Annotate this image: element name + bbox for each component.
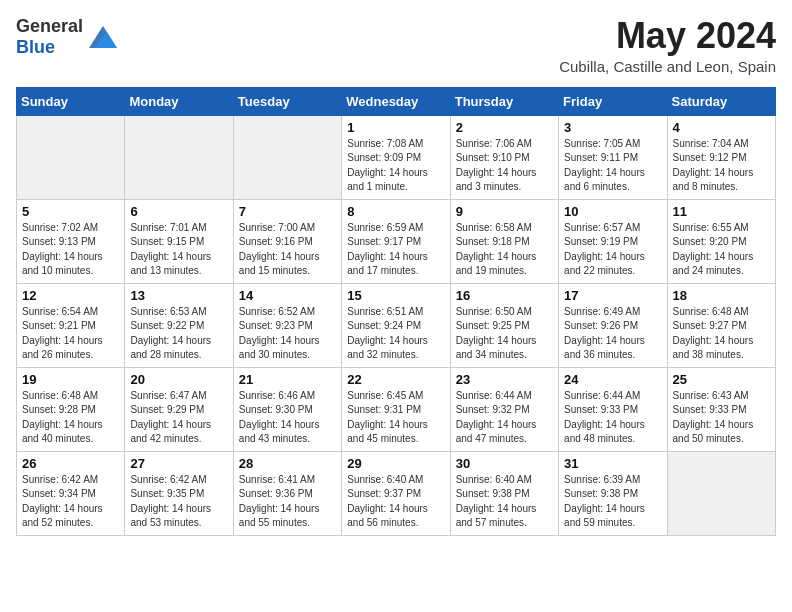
- day-number: 15: [347, 288, 444, 303]
- day-info: Sunrise: 7:00 AMSunset: 9:16 PMDaylight:…: [239, 221, 336, 279]
- day-number: 18: [673, 288, 770, 303]
- day-info: Sunrise: 7:06 AMSunset: 9:10 PMDaylight:…: [456, 137, 553, 195]
- logo-icon: [89, 26, 117, 48]
- day-number: 3: [564, 120, 661, 135]
- day-info: Sunrise: 6:54 AMSunset: 9:21 PMDaylight:…: [22, 305, 119, 363]
- calendar-week-row: 12Sunrise: 6:54 AMSunset: 9:21 PMDayligh…: [17, 283, 776, 367]
- calendar-cell: 4Sunrise: 7:04 AMSunset: 9:12 PMDaylight…: [667, 115, 775, 199]
- day-info: Sunrise: 6:52 AMSunset: 9:23 PMDaylight:…: [239, 305, 336, 363]
- day-number: 13: [130, 288, 227, 303]
- day-number: 26: [22, 456, 119, 471]
- logo: General Blue: [16, 16, 117, 58]
- day-info: Sunrise: 6:47 AMSunset: 9:29 PMDaylight:…: [130, 389, 227, 447]
- calendar-week-row: 1Sunrise: 7:08 AMSunset: 9:09 PMDaylight…: [17, 115, 776, 199]
- logo-blue: Blue: [16, 37, 55, 57]
- weekday-header-monday: Monday: [125, 87, 233, 115]
- calendar-cell: 14Sunrise: 6:52 AMSunset: 9:23 PMDayligh…: [233, 283, 341, 367]
- day-info: Sunrise: 6:40 AMSunset: 9:37 PMDaylight:…: [347, 473, 444, 531]
- weekday-header-tuesday: Tuesday: [233, 87, 341, 115]
- day-number: 5: [22, 204, 119, 219]
- calendar-week-row: 26Sunrise: 6:42 AMSunset: 9:34 PMDayligh…: [17, 451, 776, 535]
- calendar-table: SundayMondayTuesdayWednesdayThursdayFrid…: [16, 87, 776, 536]
- day-info: Sunrise: 7:04 AMSunset: 9:12 PMDaylight:…: [673, 137, 770, 195]
- calendar-cell: 11Sunrise: 6:55 AMSunset: 9:20 PMDayligh…: [667, 199, 775, 283]
- calendar-cell: [17, 115, 125, 199]
- calendar-cell: 2Sunrise: 7:06 AMSunset: 9:10 PMDaylight…: [450, 115, 558, 199]
- weekday-header-friday: Friday: [559, 87, 667, 115]
- day-number: 16: [456, 288, 553, 303]
- calendar-cell: 8Sunrise: 6:59 AMSunset: 9:17 PMDaylight…: [342, 199, 450, 283]
- calendar-cell: 17Sunrise: 6:49 AMSunset: 9:26 PMDayligh…: [559, 283, 667, 367]
- day-info: Sunrise: 6:50 AMSunset: 9:25 PMDaylight:…: [456, 305, 553, 363]
- calendar-cell: [125, 115, 233, 199]
- location-title: Cubilla, Castille and Leon, Spain: [559, 58, 776, 75]
- calendar-cell: 20Sunrise: 6:47 AMSunset: 9:29 PMDayligh…: [125, 367, 233, 451]
- logo-general: General: [16, 16, 83, 36]
- calendar-cell: 5Sunrise: 7:02 AMSunset: 9:13 PMDaylight…: [17, 199, 125, 283]
- day-info: Sunrise: 7:05 AMSunset: 9:11 PMDaylight:…: [564, 137, 661, 195]
- calendar-cell: 12Sunrise: 6:54 AMSunset: 9:21 PMDayligh…: [17, 283, 125, 367]
- day-number: 11: [673, 204, 770, 219]
- day-number: 22: [347, 372, 444, 387]
- day-number: 17: [564, 288, 661, 303]
- weekday-header-sunday: Sunday: [17, 87, 125, 115]
- weekday-header-thursday: Thursday: [450, 87, 558, 115]
- calendar-cell: 9Sunrise: 6:58 AMSunset: 9:18 PMDaylight…: [450, 199, 558, 283]
- day-info: Sunrise: 7:01 AMSunset: 9:15 PMDaylight:…: [130, 221, 227, 279]
- day-info: Sunrise: 6:40 AMSunset: 9:38 PMDaylight:…: [456, 473, 553, 531]
- day-info: Sunrise: 6:41 AMSunset: 9:36 PMDaylight:…: [239, 473, 336, 531]
- weekday-header-row: SundayMondayTuesdayWednesdayThursdayFrid…: [17, 87, 776, 115]
- calendar-cell: 7Sunrise: 7:00 AMSunset: 9:16 PMDaylight…: [233, 199, 341, 283]
- day-number: 19: [22, 372, 119, 387]
- day-info: Sunrise: 6:45 AMSunset: 9:31 PMDaylight:…: [347, 389, 444, 447]
- day-number: 9: [456, 204, 553, 219]
- calendar-cell: 3Sunrise: 7:05 AMSunset: 9:11 PMDaylight…: [559, 115, 667, 199]
- day-number: 8: [347, 204, 444, 219]
- calendar-cell: 1Sunrise: 7:08 AMSunset: 9:09 PMDaylight…: [342, 115, 450, 199]
- calendar-cell: [667, 451, 775, 535]
- day-info: Sunrise: 6:51 AMSunset: 9:24 PMDaylight:…: [347, 305, 444, 363]
- calendar-week-row: 5Sunrise: 7:02 AMSunset: 9:13 PMDaylight…: [17, 199, 776, 283]
- calendar-cell: 25Sunrise: 6:43 AMSunset: 9:33 PMDayligh…: [667, 367, 775, 451]
- day-info: Sunrise: 6:44 AMSunset: 9:33 PMDaylight:…: [564, 389, 661, 447]
- calendar-cell: 23Sunrise: 6:44 AMSunset: 9:32 PMDayligh…: [450, 367, 558, 451]
- day-number: 25: [673, 372, 770, 387]
- title-area: May 2024 Cubilla, Castille and Leon, Spa…: [559, 16, 776, 75]
- calendar-cell: 16Sunrise: 6:50 AMSunset: 9:25 PMDayligh…: [450, 283, 558, 367]
- calendar-cell: 28Sunrise: 6:41 AMSunset: 9:36 PMDayligh…: [233, 451, 341, 535]
- day-info: Sunrise: 6:44 AMSunset: 9:32 PMDaylight:…: [456, 389, 553, 447]
- calendar-cell: 10Sunrise: 6:57 AMSunset: 9:19 PMDayligh…: [559, 199, 667, 283]
- calendar-cell: [233, 115, 341, 199]
- day-info: Sunrise: 6:46 AMSunset: 9:30 PMDaylight:…: [239, 389, 336, 447]
- page-header: General Blue May 2024 Cubilla, Castille …: [16, 16, 776, 75]
- day-number: 20: [130, 372, 227, 387]
- day-info: Sunrise: 6:43 AMSunset: 9:33 PMDaylight:…: [673, 389, 770, 447]
- day-info: Sunrise: 6:57 AMSunset: 9:19 PMDaylight:…: [564, 221, 661, 279]
- calendar-cell: 18Sunrise: 6:48 AMSunset: 9:27 PMDayligh…: [667, 283, 775, 367]
- day-number: 1: [347, 120, 444, 135]
- day-number: 4: [673, 120, 770, 135]
- day-number: 14: [239, 288, 336, 303]
- day-info: Sunrise: 7:02 AMSunset: 9:13 PMDaylight:…: [22, 221, 119, 279]
- day-number: 27: [130, 456, 227, 471]
- calendar-cell: 22Sunrise: 6:45 AMSunset: 9:31 PMDayligh…: [342, 367, 450, 451]
- day-number: 7: [239, 204, 336, 219]
- day-info: Sunrise: 6:59 AMSunset: 9:17 PMDaylight:…: [347, 221, 444, 279]
- day-info: Sunrise: 6:39 AMSunset: 9:38 PMDaylight:…: [564, 473, 661, 531]
- day-number: 23: [456, 372, 553, 387]
- day-number: 28: [239, 456, 336, 471]
- day-info: Sunrise: 6:49 AMSunset: 9:26 PMDaylight:…: [564, 305, 661, 363]
- day-number: 24: [564, 372, 661, 387]
- day-number: 10: [564, 204, 661, 219]
- day-info: Sunrise: 6:42 AMSunset: 9:35 PMDaylight:…: [130, 473, 227, 531]
- weekday-header-saturday: Saturday: [667, 87, 775, 115]
- day-info: Sunrise: 6:58 AMSunset: 9:18 PMDaylight:…: [456, 221, 553, 279]
- calendar-cell: 29Sunrise: 6:40 AMSunset: 9:37 PMDayligh…: [342, 451, 450, 535]
- month-title: May 2024: [559, 16, 776, 56]
- day-number: 30: [456, 456, 553, 471]
- calendar-cell: 13Sunrise: 6:53 AMSunset: 9:22 PMDayligh…: [125, 283, 233, 367]
- weekday-header-wednesday: Wednesday: [342, 87, 450, 115]
- day-info: Sunrise: 6:48 AMSunset: 9:28 PMDaylight:…: [22, 389, 119, 447]
- calendar-cell: 6Sunrise: 7:01 AMSunset: 9:15 PMDaylight…: [125, 199, 233, 283]
- day-info: Sunrise: 7:08 AMSunset: 9:09 PMDaylight:…: [347, 137, 444, 195]
